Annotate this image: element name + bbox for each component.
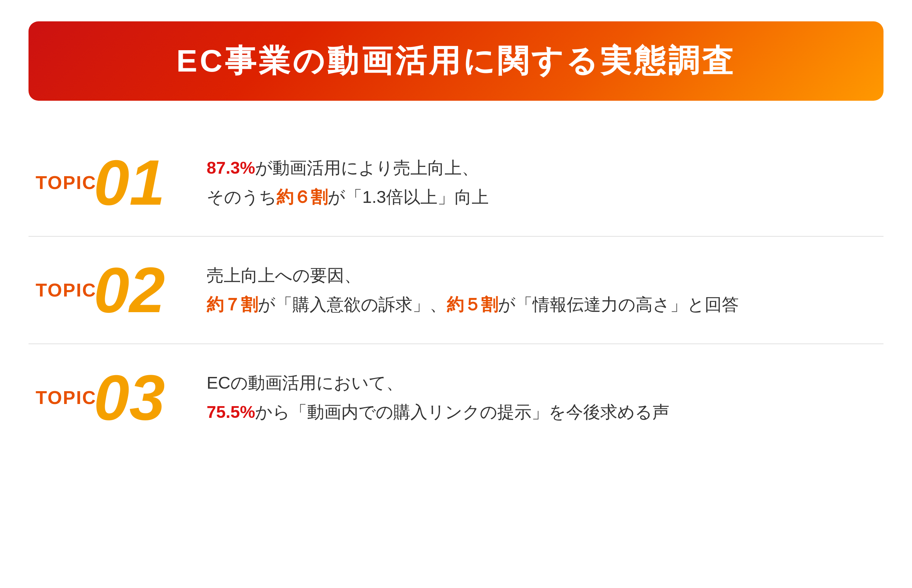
topic-01-number: 01 bbox=[94, 150, 165, 215]
topic-03-content: ECの動画活用において、 75.5%から「動画内での購入リンクの提示」を今後求め… bbox=[207, 368, 876, 426]
topic-03-word: TOPIC bbox=[36, 387, 97, 408]
topic-03-label-container: TOPIC 03 bbox=[36, 365, 185, 430]
topic-01-line1: 87.3%が動画活用により売上向上、 bbox=[207, 153, 876, 183]
topic-02-line2: 約７割が「購入意欲の訴求」、約５割が「情報伝達力の高さ」と回答 bbox=[207, 290, 876, 319]
topic-02-row: TOPIC 02 売上向上への要因、 約７割が「購入意欲の訴求」、約５割が「情報… bbox=[29, 237, 883, 344]
topic-01-highlight1: 87.3% bbox=[207, 158, 255, 177]
topic-02-number: 02 bbox=[94, 258, 165, 322]
topic-01-label-container: TOPIC 01 bbox=[36, 150, 185, 215]
topic-02-line1: 売上向上への要因、 bbox=[207, 261, 876, 290]
topic-01-text3: が「1.3倍以上」向上 bbox=[328, 187, 489, 207]
topic-03-line1: ECの動画活用において、 bbox=[207, 368, 876, 397]
header-banner: EC事業の動画活用に関する実態調査 bbox=[29, 21, 883, 101]
topic-02-text1: 売上向上への要因、 bbox=[207, 266, 361, 285]
topics-container: TOPIC 01 87.3%が動画活用により売上向上、 そのうち約６割が「1.3… bbox=[29, 129, 883, 451]
topic-02-text3: が「情報伝達力の高さ」と回答 bbox=[498, 295, 739, 314]
page-container: EC事業の動画活用に関する実態調査 TOPIC 01 87.3%が動画活用により… bbox=[29, 21, 883, 451]
topic-02-label-container: TOPIC 02 bbox=[36, 258, 185, 322]
topic-03-text2: から「動画内での購入リンクの提示」を今後求める声 bbox=[255, 402, 669, 422]
topic-02-highlight2: 約５割 bbox=[447, 295, 498, 314]
topic-01-content: 87.3%が動画活用により売上向上、 そのうち約６割が「1.3倍以上」向上 bbox=[207, 153, 876, 212]
topic-02-highlight1: 約７割 bbox=[207, 295, 258, 314]
topic-03-highlight: 75.5% bbox=[207, 402, 255, 422]
topic-01-row: TOPIC 01 87.3%が動画活用により売上向上、 そのうち約６割が「1.3… bbox=[29, 129, 883, 237]
topic-02-content: 売上向上への要因、 約７割が「購入意欲の訴求」、約５割が「情報伝達力の高さ」と回… bbox=[207, 261, 876, 319]
topic-03-text1: ECの動画活用において、 bbox=[207, 373, 403, 392]
topic-01-text1: が動画活用により売上向上、 bbox=[255, 158, 479, 177]
topic-01-line2: そのうち約６割が「1.3倍以上」向上 bbox=[207, 183, 876, 212]
header-title: EC事業の動画活用に関する実態調査 bbox=[57, 40, 855, 82]
topic-03-line2: 75.5%から「動画内での購入リンクの提示」を今後求める声 bbox=[207, 397, 876, 427]
topic-01-text2: そのうち bbox=[207, 187, 277, 207]
topic-01-word: TOPIC bbox=[36, 172, 97, 193]
topic-02-word: TOPIC bbox=[36, 279, 97, 301]
topic-03-row: TOPIC 03 ECの動画活用において、 75.5%から「動画内での購入リンク… bbox=[29, 344, 883, 451]
topic-03-number: 03 bbox=[94, 365, 165, 430]
topic-02-text2: が「購入意欲の訴求」、 bbox=[258, 295, 447, 314]
topic-01-highlight2: 約６割 bbox=[277, 187, 328, 207]
